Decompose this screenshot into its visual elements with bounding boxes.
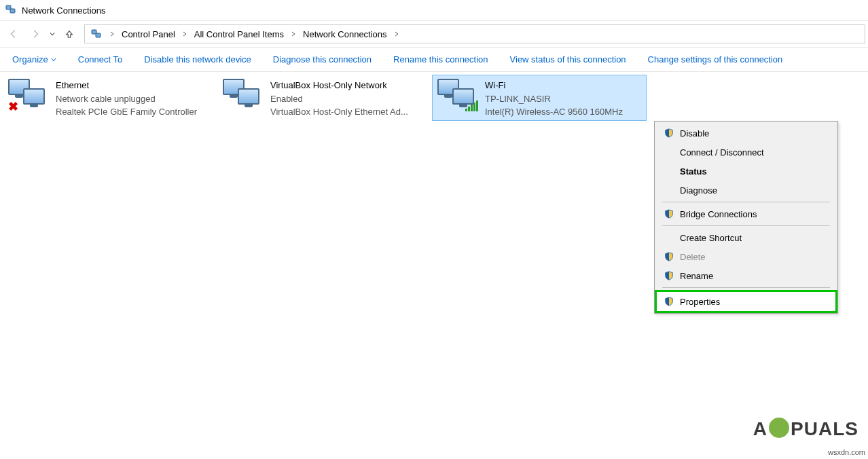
shield-icon [662, 271, 676, 280]
window-title: Network Connections [22, 5, 106, 16]
separator [662, 287, 830, 288]
nav-row: Control Panel All Control Panel Items Ne… [0, 20, 868, 48]
ctx-delete: Delete [657, 247, 835, 266]
organize-menu[interactable]: Organize [12, 54, 56, 65]
chevron-right-icon[interactable] [105, 25, 119, 43]
disable-device-button[interactable]: Disable this network device [144, 54, 251, 65]
connection-adapter: Realtek PCIe GbE Family Controller [56, 105, 197, 119]
connection-status: Network cable unplugged [56, 92, 197, 106]
network-connections-icon [5, 4, 16, 17]
shield-icon [662, 128, 676, 138]
connection-name: VirtualBox Host-Only Network [270, 79, 408, 92]
shield-icon [662, 297, 676, 306]
connection-item-wifi[interactable]: Wi-Fi TP-LINK_NASIR Intel(R) Wireless-AC… [432, 75, 647, 121]
recent-dropdown-icon[interactable] [46, 23, 58, 45]
ctx-label: Diagnose [680, 185, 830, 196]
command-toolbar: Organize Connect To Disable this network… [0, 48, 868, 72]
connection-status: Enabled [270, 92, 408, 106]
content-area: ✖ Ethernet Network cable unplugged Realt… [0, 72, 868, 124]
ctx-disable[interactable]: Disable [657, 124, 835, 143]
ctx-label: Connect / Disconnect [680, 147, 830, 158]
breadcrumb-seg-0[interactable]: Control Panel [120, 25, 177, 43]
ctx-bridge[interactable]: Bridge Connections [657, 204, 835, 223]
breadcrumb-seg-1[interactable]: All Control Panel Items [193, 25, 285, 43]
connection-name: Ethernet [56, 79, 197, 92]
footer-url: wsxdn.com [828, 448, 865, 456]
chevron-right-icon[interactable] [178, 25, 192, 43]
svg-rect-1 [10, 9, 15, 13]
breadcrumb-seg-2[interactable]: Network Connections [302, 25, 388, 43]
context-menu: Disable Connect / Disconnect Status Diag… [654, 121, 838, 314]
highlighted-item-wrap: Properties [655, 290, 837, 313]
back-button[interactable] [3, 23, 24, 45]
ctx-status[interactable]: Status [657, 162, 835, 181]
ctx-label: Status [680, 166, 830, 177]
separator [662, 225, 830, 226]
svg-rect-3 [96, 33, 101, 37]
connection-status: TP-LINK_NASIR [485, 92, 623, 106]
network-adapter-icon [223, 79, 264, 117]
ctx-diagnose[interactable]: Diagnose [657, 181, 835, 200]
up-button[interactable] [58, 23, 80, 45]
view-status-button[interactable]: View status of this connection [510, 54, 626, 65]
ctx-label: Create Shortcut [680, 233, 830, 243]
ctx-rename[interactable]: Rename [657, 266, 835, 285]
change-settings-button[interactable]: Change settings of this connection [648, 54, 783, 65]
title-bar: Network Connections [0, 0, 868, 20]
wifi-signal-icon [465, 100, 478, 111]
ctx-label: Bridge Connections [680, 209, 830, 219]
watermark-text-right: PUALS [791, 418, 858, 440]
chevron-right-icon[interactable] [390, 25, 403, 43]
breadcrumb-icon [89, 29, 104, 39]
separator [662, 202, 830, 202]
connect-to-button[interactable]: Connect To [78, 54, 123, 65]
ctx-connect-disconnect[interactable]: Connect / Disconnect [657, 143, 835, 162]
watermark-text-left: A [753, 418, 767, 440]
ctx-properties[interactable]: Properties [657, 292, 835, 311]
shield-icon [662, 209, 676, 219]
connection-item-ethernet[interactable]: ✖ Ethernet Network cable unplugged Realt… [3, 75, 217, 121]
ctx-label: Disable [680, 128, 830, 139]
rename-connection-button[interactable]: Rename this connection [393, 54, 488, 65]
connection-adapter: VirtualBox Host-Only Ethernet Ad... [270, 105, 408, 119]
network-adapter-icon: ✖ [8, 79, 49, 117]
ctx-label: Delete [680, 252, 830, 262]
network-adapter-icon [437, 79, 478, 117]
diagnose-connection-button[interactable]: Diagnose this connection [273, 54, 372, 65]
ctx-label: Rename [680, 271, 830, 281]
chevron-right-icon[interactable] [287, 25, 300, 43]
forward-button[interactable] [24, 23, 46, 45]
watermark-logo: A PUALS [753, 418, 858, 440]
breadcrumb[interactable]: Control Panel All Control Panel Items Ne… [84, 24, 865, 43]
ctx-label: Properties [680, 297, 830, 307]
ctx-create-shortcut[interactable]: Create Shortcut [657, 228, 835, 247]
chevron-down-icon [51, 54, 56, 65]
organize-label: Organize [12, 54, 48, 65]
connection-item-virtualbox[interactable]: VirtualBox Host-Only Network Enabled Vir… [217, 75, 432, 121]
error-overlay-icon: ✖ [8, 99, 18, 114]
watermark-mascot-icon [769, 418, 789, 438]
shield-icon [662, 252, 676, 261]
connection-adapter: Intel(R) Wireless-AC 9560 160MHz [485, 105, 623, 119]
connection-name: Wi-Fi [485, 79, 623, 92]
